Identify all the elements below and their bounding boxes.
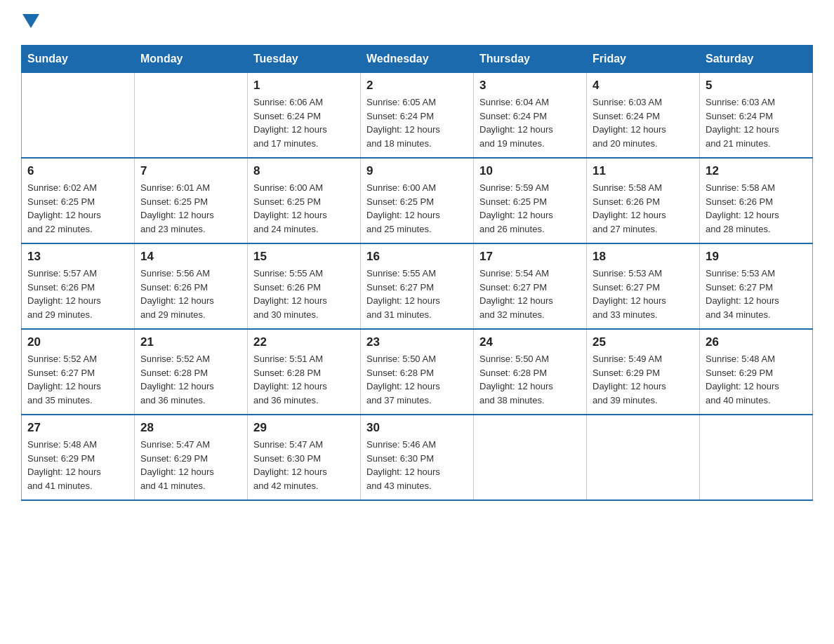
day-number: 24	[479, 335, 581, 349]
day-info: Sunrise: 6:06 AM Sunset: 6:24 PM Dayligh…	[253, 95, 355, 150]
day-info: Sunrise: 6:05 AM Sunset: 6:24 PM Dayligh…	[366, 95, 468, 150]
day-number: 10	[479, 164, 581, 178]
weekday-header-saturday: Saturday	[700, 46, 813, 73]
calendar-cell: 17Sunrise: 5:54 AM Sunset: 6:27 PM Dayli…	[474, 243, 587, 329]
day-number: 30	[366, 421, 468, 435]
day-number: 11	[593, 164, 694, 178]
calendar-cell	[587, 415, 700, 500]
calendar-cell: 21Sunrise: 5:52 AM Sunset: 6:28 PM Dayli…	[135, 329, 248, 415]
day-info: Sunrise: 5:50 AM Sunset: 6:28 PM Dayligh…	[366, 352, 468, 407]
day-number: 28	[140, 421, 241, 435]
calendar-cell: 20Sunrise: 5:52 AM Sunset: 6:27 PM Dayli…	[22, 329, 135, 415]
calendar-cell: 29Sunrise: 5:47 AM Sunset: 6:30 PM Dayli…	[248, 415, 361, 500]
day-number: 29	[253, 421, 355, 435]
day-info: Sunrise: 5:59 AM Sunset: 6:25 PM Dayligh…	[479, 181, 581, 236]
day-info: Sunrise: 5:55 AM Sunset: 6:27 PM Dayligh…	[366, 267, 468, 321]
calendar-cell	[135, 73, 248, 159]
day-number: 22	[253, 335, 355, 349]
calendar-cell	[474, 415, 587, 500]
day-number: 2	[366, 79, 468, 93]
day-info: Sunrise: 5:58 AM Sunset: 6:26 PM Dayligh…	[706, 181, 807, 236]
day-info: Sunrise: 6:00 AM Sunset: 6:25 PM Dayligh…	[366, 181, 468, 236]
day-number: 17	[479, 250, 581, 264]
day-info: Sunrise: 6:04 AM Sunset: 6:24 PM Dayligh…	[479, 95, 581, 150]
day-number: 26	[706, 335, 807, 349]
day-number: 18	[593, 250, 694, 264]
calendar-cell: 12Sunrise: 5:58 AM Sunset: 6:26 PM Dayli…	[700, 158, 813, 243]
weekday-header-thursday: Thursday	[474, 46, 587, 73]
calendar-cell: 11Sunrise: 5:58 AM Sunset: 6:26 PM Dayli…	[587, 158, 700, 243]
day-number: 20	[27, 335, 128, 349]
day-info: Sunrise: 5:55 AM Sunset: 6:26 PM Dayligh…	[253, 267, 355, 321]
calendar-body: 1Sunrise: 6:06 AM Sunset: 6:24 PM Daylig…	[22, 73, 813, 501]
day-number: 19	[706, 250, 807, 264]
calendar-cell: 4Sunrise: 6:03 AM Sunset: 6:24 PM Daylig…	[587, 73, 700, 159]
calendar-cell: 9Sunrise: 6:00 AM Sunset: 6:25 PM Daylig…	[361, 158, 474, 243]
day-info: Sunrise: 6:03 AM Sunset: 6:24 PM Dayligh…	[706, 95, 807, 150]
day-number: 27	[27, 421, 128, 435]
day-info: Sunrise: 5:48 AM Sunset: 6:29 PM Dayligh…	[706, 352, 807, 407]
calendar-cell: 24Sunrise: 5:50 AM Sunset: 6:28 PM Dayli…	[474, 329, 587, 415]
calendar-cell: 30Sunrise: 5:46 AM Sunset: 6:30 PM Dayli…	[361, 415, 474, 500]
day-number: 21	[140, 335, 241, 349]
weekday-header-sunday: Sunday	[22, 46, 135, 73]
day-info: Sunrise: 5:51 AM Sunset: 6:28 PM Dayligh…	[253, 352, 355, 407]
day-info: Sunrise: 5:52 AM Sunset: 6:28 PM Dayligh…	[140, 352, 241, 407]
day-info: Sunrise: 5:48 AM Sunset: 6:29 PM Dayligh…	[27, 438, 128, 492]
day-number: 25	[593, 335, 694, 349]
day-number: 5	[706, 79, 807, 93]
calendar-cell: 25Sunrise: 5:49 AM Sunset: 6:29 PM Dayli…	[587, 329, 700, 415]
calendar-cell: 23Sunrise: 5:50 AM Sunset: 6:28 PM Dayli…	[361, 329, 474, 415]
day-info: Sunrise: 6:01 AM Sunset: 6:25 PM Dayligh…	[140, 181, 241, 236]
calendar-cell: 5Sunrise: 6:03 AM Sunset: 6:24 PM Daylig…	[700, 73, 813, 159]
calendar-cell: 7Sunrise: 6:01 AM Sunset: 6:25 PM Daylig…	[135, 158, 248, 243]
calendar-cell: 15Sunrise: 5:55 AM Sunset: 6:26 PM Dayli…	[248, 243, 361, 329]
calendar-cell: 16Sunrise: 5:55 AM Sunset: 6:27 PM Dayli…	[361, 243, 474, 329]
calendar-cell: 26Sunrise: 5:48 AM Sunset: 6:29 PM Dayli…	[700, 329, 813, 415]
calendar-cell: 19Sunrise: 5:53 AM Sunset: 6:27 PM Dayli…	[700, 243, 813, 329]
calendar-cell: 2Sunrise: 6:05 AM Sunset: 6:24 PM Daylig…	[361, 73, 474, 159]
calendar-header: SundayMondayTuesdayWednesdayThursdayFrid…	[22, 46, 813, 73]
day-number: 15	[253, 250, 355, 264]
day-number: 8	[253, 164, 355, 178]
logo-triangle-icon	[22, 14, 39, 28]
day-info: Sunrise: 5:57 AM Sunset: 6:26 PM Dayligh…	[27, 267, 128, 321]
weekday-header-friday: Friday	[587, 46, 700, 73]
calendar-week-row: 13Sunrise: 5:57 AM Sunset: 6:26 PM Dayli…	[22, 243, 813, 329]
day-number: 4	[593, 79, 694, 93]
weekday-header-wednesday: Wednesday	[361, 46, 474, 73]
calendar-cell: 22Sunrise: 5:51 AM Sunset: 6:28 PM Dayli…	[248, 329, 361, 415]
day-info: Sunrise: 5:47 AM Sunset: 6:29 PM Dayligh…	[140, 438, 241, 492]
calendar-cell: 27Sunrise: 5:48 AM Sunset: 6:29 PM Dayli…	[22, 415, 135, 500]
calendar-cell: 6Sunrise: 6:02 AM Sunset: 6:25 PM Daylig…	[22, 158, 135, 243]
weekday-header-row: SundayMondayTuesdayWednesdayThursdayFrid…	[22, 46, 813, 73]
day-info: Sunrise: 5:47 AM Sunset: 6:30 PM Dayligh…	[253, 438, 355, 492]
calendar-cell: 8Sunrise: 6:00 AM Sunset: 6:25 PM Daylig…	[248, 158, 361, 243]
calendar-week-row: 27Sunrise: 5:48 AM Sunset: 6:29 PM Dayli…	[22, 415, 813, 500]
day-number: 23	[366, 335, 468, 349]
day-info: Sunrise: 6:03 AM Sunset: 6:24 PM Dayligh…	[593, 95, 694, 150]
page-header	[21, 14, 813, 31]
day-info: Sunrise: 5:53 AM Sunset: 6:27 PM Dayligh…	[593, 267, 694, 321]
weekday-header-monday: Monday	[135, 46, 248, 73]
calendar-cell: 18Sunrise: 5:53 AM Sunset: 6:27 PM Dayli…	[587, 243, 700, 329]
calendar-cell: 3Sunrise: 6:04 AM Sunset: 6:24 PM Daylig…	[474, 73, 587, 159]
day-info: Sunrise: 5:56 AM Sunset: 6:26 PM Dayligh…	[140, 267, 241, 321]
day-number: 16	[366, 250, 468, 264]
calendar-cell: 13Sunrise: 5:57 AM Sunset: 6:26 PM Dayli…	[22, 243, 135, 329]
day-number: 3	[479, 79, 581, 93]
day-number: 6	[27, 164, 128, 178]
calendar-week-row: 20Sunrise: 5:52 AM Sunset: 6:27 PM Dayli…	[22, 329, 813, 415]
calendar-cell	[700, 415, 813, 500]
day-number: 1	[253, 79, 355, 93]
day-info: Sunrise: 5:54 AM Sunset: 6:27 PM Dayligh…	[479, 267, 581, 321]
day-info: Sunrise: 6:02 AM Sunset: 6:25 PM Dayligh…	[27, 181, 128, 236]
day-info: Sunrise: 5:52 AM Sunset: 6:27 PM Dayligh…	[27, 352, 128, 407]
day-number: 9	[366, 164, 468, 178]
calendar-cell: 1Sunrise: 6:06 AM Sunset: 6:24 PM Daylig…	[248, 73, 361, 159]
calendar-cell: 10Sunrise: 5:59 AM Sunset: 6:25 PM Dayli…	[474, 158, 587, 243]
calendar-week-row: 6Sunrise: 6:02 AM Sunset: 6:25 PM Daylig…	[22, 158, 813, 243]
day-info: Sunrise: 5:58 AM Sunset: 6:26 PM Dayligh…	[593, 181, 694, 236]
day-number: 14	[140, 250, 241, 264]
day-info: Sunrise: 5:53 AM Sunset: 6:27 PM Dayligh…	[706, 267, 807, 321]
